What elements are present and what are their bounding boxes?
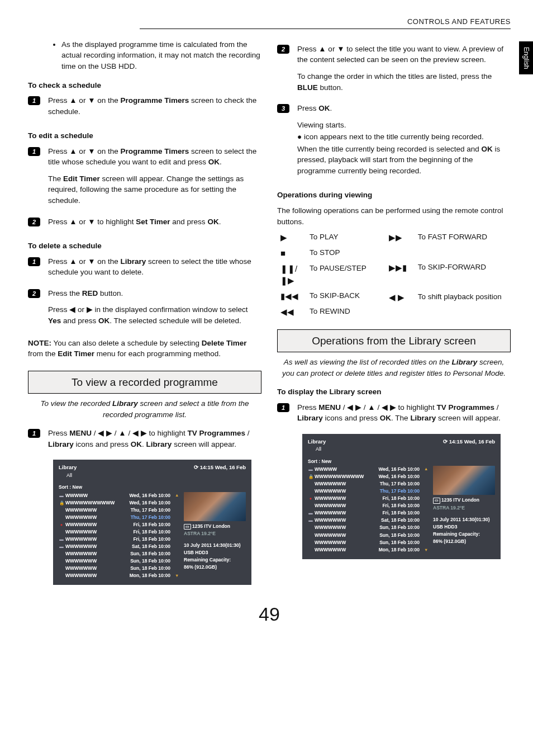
library-sort: Sort : New: [59, 484, 246, 490]
section-library-intro: As well as viewing the list of recorded …: [277, 357, 511, 379]
library-row[interactable]: ▬WWWWWWWSat, 18 Feb 10:00: [308, 517, 420, 524]
right-step3-p2: Viewing starts.: [297, 120, 511, 131]
library-row[interactable]: WWWWWWWSun, 18 Feb 10:00: [59, 565, 170, 572]
library-row[interactable]: WWWWWWWFri, 18 Feb 10:00: [59, 528, 170, 536]
preview-thumbnail: [184, 492, 246, 521]
op-label: To PAUSE/STEP: [310, 263, 367, 274]
card-icon: ▬: [59, 544, 64, 550]
library-row[interactable]: ▬WWWWWWed, 16 Feb 10:00: [308, 466, 420, 473]
heading-display-library: To display the Library screen: [277, 386, 511, 398]
library-row[interactable]: ▬WWWWWWed, 16 Feb 10:00: [59, 492, 170, 499]
step-1: 1: [28, 257, 40, 266]
step-2: 2: [28, 218, 40, 226]
library-title: Library: [308, 438, 326, 445]
recording-info: 10 July 2011 14:30(01:30): [433, 517, 495, 523]
library-row[interactable]: WWWWWWWFri, 18 Feb 10:00: [308, 502, 420, 509]
ops-intro: The following operations can be performe…: [277, 205, 511, 227]
op-icon: ◀◀: [280, 306, 301, 318]
check-step1: Press ▲ or ▼ on the Programme Timers scr…: [48, 95, 261, 117]
card-icon: ▬: [308, 467, 313, 472]
library-list: ▬WWWWWWed, 16 Feb 10:00🔒WWWWWWWWWWWWed, …: [59, 492, 170, 580]
satellite-line: ASTRA 19.2°E: [184, 531, 246, 537]
library-sort: Sort : New: [308, 459, 495, 465]
section-view-intro: To view the recorded Library screen and …: [28, 398, 261, 420]
library-list: ▬WWWWWWed, 16 Feb 10:00🔒WWWWWWWWWWWWed, …: [308, 466, 420, 554]
capacity-label: Remaining Capacity:: [184, 557, 246, 563]
library-row[interactable]: 🔒WWWWWWWWWWWWed, 16 Feb 10:00: [308, 473, 420, 480]
op-icon: ◀ ▶: [389, 291, 409, 304]
step-2: 2: [277, 45, 289, 54]
step-2: 2: [28, 289, 40, 298]
edit-step1-p2: The Edit Timer screen will appear. Chang…: [48, 173, 261, 206]
heading-operations-viewing: Operations during viewing: [277, 190, 511, 201]
op-label: To STOP: [310, 247, 367, 258]
step-1: 1: [277, 403, 289, 412]
scroll-down-icon: ▼: [424, 547, 429, 553]
right-step3: Press OK.: [297, 103, 511, 114]
recording-info: 10 July 2011 14:30(01:30): [184, 542, 246, 549]
library-row[interactable]: WWWWWWWSun, 18 Feb 10:00: [308, 539, 420, 546]
scroll-down-icon: ▼: [175, 573, 179, 579]
right-step3-p4: When the title currently being recorded …: [297, 144, 511, 177]
library-row[interactable]: 🔒WWWWWWWWWWWWed, 16 Feb 10:00: [59, 499, 170, 507]
library-row[interactable]: WWWWWWWSun, 18 Feb 10:00: [59, 557, 170, 565]
delete-step2: Press the RED button.: [48, 288, 261, 299]
scroll-up-icon: ▲: [424, 466, 429, 472]
op-label: To FAST FORWARD: [418, 231, 502, 243]
display-step1: Press MENU / ◀ ▶ / ▲ / ◀ ▶ to highlight …: [297, 402, 511, 424]
right-step2: Press ▲ or ▼ to select the title you wan…: [297, 44, 511, 65]
edit-step1: Press ▲ or ▼ on the Programme Timers scr…: [48, 146, 261, 168]
card-icon: ▭: [184, 524, 191, 530]
library-row[interactable]: WWWWWWWSun, 18 Feb 10:00: [59, 550, 170, 557]
op-icon: ❚❚/❚▶: [280, 263, 301, 287]
satellite-line: ASTRA 19.2°E: [433, 505, 495, 511]
section-library-ops: Operations from the Library screen: [277, 329, 511, 353]
card-icon: ▭: [433, 498, 440, 503]
lock-icon: 🔒: [308, 474, 313, 480]
record-icon: ●: [59, 522, 64, 528]
library-row[interactable]: WWWWWWWThu, 17 Feb 10:00: [308, 488, 420, 495]
op-icon: ■: [280, 247, 301, 259]
edit-step2: Press ▲ or ▼ to highlight Set Timer and …: [48, 216, 261, 228]
delete-step1: Press ▲ or ▼ on the Library screen to se…: [48, 256, 261, 278]
library-row[interactable]: WWWWWWWThu, 17 Feb 10:00: [59, 514, 170, 521]
capacity-label: Remaining Capacity:: [433, 531, 495, 537]
library-screen: Library ⟳ 14:15 Wed, 16 Feb All Sort : N…: [302, 434, 501, 559]
library-row[interactable]: WWWWWWWThu, 17 Feb 10:00: [59, 507, 170, 514]
step-3: 3: [277, 104, 289, 113]
heading-delete-schedule: To delete a schedule: [28, 240, 261, 252]
library-row[interactable]: ▬WWWWWWWFri, 18 Feb 10:00: [59, 536, 170, 543]
library-row[interactable]: WWWWWWWSun, 18 Feb 10:00: [308, 532, 420, 539]
op-label: To shift playback position: [418, 291, 502, 303]
op-icon: ▶: [280, 231, 301, 244]
library-row[interactable]: WWWWWWWMon, 18 Feb 10:00: [308, 546, 420, 554]
lock-icon: 🔒: [59, 500, 64, 506]
op-label: To REWIND: [310, 306, 367, 317]
library-row[interactable]: WWWWWWWSun, 18 Feb 10:00: [308, 524, 420, 531]
op-icon: ▮◀◀: [280, 290, 301, 303]
library-row[interactable]: ▬WWWWWWWFri, 18 Feb 10:00: [308, 509, 420, 517]
library-row[interactable]: ●WWWWWWWFri, 18 Feb 10:00: [59, 521, 170, 528]
library-clock: ⟳ 14:15 Wed, 16 Feb: [443, 438, 495, 445]
library-title: Library: [59, 464, 77, 471]
library-row[interactable]: ▬WWWWWWWSat, 18 Feb 10:00: [59, 543, 170, 550]
op-icon: ▶▶: [389, 231, 409, 244]
library-subtitle: All: [66, 472, 246, 479]
library-clock: ⟳ 14:15 Wed, 16 Feb: [194, 464, 246, 471]
card-icon: ▬: [308, 511, 313, 516]
library-row[interactable]: WWWWWWWThu, 17 Feb 10:00: [308, 480, 420, 488]
card-icon: ▬: [59, 537, 64, 542]
library-row[interactable]: ●WWWWWWWFri, 18 Feb 10:00: [308, 495, 420, 502]
delete-step2-p2: Press ◀ or ▶ in the displayed confirmati…: [48, 304, 261, 326]
heading-check-schedule: To check a schedule: [28, 80, 261, 91]
language-tab: English: [519, 41, 533, 74]
left-column: As the displayed programme time is calcu…: [28, 39, 261, 585]
preview-thumbnail: [433, 466, 495, 495]
step-1: 1: [28, 429, 40, 438]
library-row[interactable]: WWWWWWWMon, 18 Feb 10:00: [59, 572, 170, 579]
card-icon: ▬: [308, 518, 313, 523]
usb-line: USB HDD3: [433, 524, 495, 530]
op-label: To SKIP-BACK: [310, 290, 367, 301]
step-1: 1: [28, 147, 40, 156]
library-screen: Library ⟳ 14:15 Wed, 16 Feb All Sort : N…: [53, 460, 251, 585]
